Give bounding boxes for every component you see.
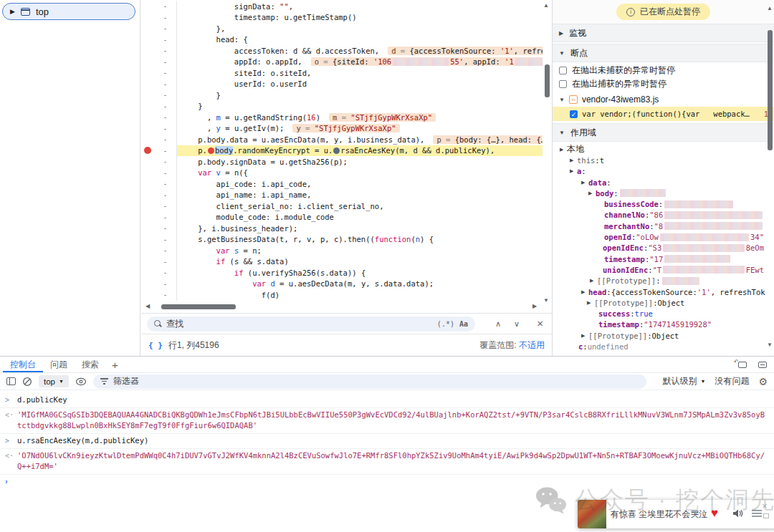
breakpoint-gutter[interactable] [141,279,154,290]
expand-arrow-icon[interactable]: ▶ [10,8,15,15]
scope-row[interactable]: unionIdEnc: "TFEwt [553,264,774,275]
breakpoint-gutter[interactable] [141,256,154,268]
scope-row[interactable]: ▶本地 [553,144,774,155]
pause-on-uncaught-row[interactable]: 在抛出未捕获的异常时暂停 [553,64,774,76]
scope-row[interactable]: ▶body: [553,188,774,198]
sidebar-scrollbar[interactable] [768,30,773,150]
playlist-icon[interactable] [752,510,762,519]
vertical-scrollbar[interactable] [545,64,550,97]
settings-gear-icon[interactable]: ⚙ [758,376,768,387]
scope-row[interactable]: ▶a: [553,166,774,177]
scope-row[interactable]: openId: "oLOw34" [553,231,774,242]
line-number-gutter[interactable]: - [154,79,177,90]
breakpoint-gutter[interactable] [141,212,154,223]
search-input[interactable]: 查找 (.*) Aa [147,316,475,332]
undock-drawer-icon[interactable] [738,362,747,368]
breakpoint-gutter[interactable] [141,234,154,246]
line-number-gutter[interactable]: - [154,134,177,145]
scope-row[interactable]: ▶[[Prototype]]: [553,276,774,286]
console-filter-input[interactable]: 筛选器 [93,374,646,389]
line-number-gutter[interactable]: - [154,178,177,190]
line-number-gutter[interactable]: - [154,279,177,290]
scope-row[interactable]: timestamp: "1747145919928" [553,319,774,330]
breakpoint-entry[interactable]: ✓ var vendor;(function(){var __webpack… … [553,107,774,121]
frame-tree-item-top[interactable]: ▶ top [2,3,135,20]
match-case-toggle[interactable]: Aa [459,320,468,328]
breakpoint-gutter[interactable] [141,289,154,301]
scroll-down-icon[interactable]: ▼ [543,298,549,304]
collapse-arrow-icon[interactable]: ▶ [559,30,563,37]
console-prompt[interactable]: › [0,475,774,480]
breakpoint-file-group[interactable]: ▼ ‹› vendor-43iwem83.js [553,92,774,107]
breakpoint-gutter[interactable] [141,12,154,24]
expand-arrow-icon[interactable]: ▶ [570,158,577,163]
scope-row[interactable]: channelNo: "86 [553,210,774,221]
line-number-gutter[interactable]: - [154,23,177,34]
clear-console-icon[interactable] [22,377,32,387]
mini-music-player[interactable]: 有惊喜 尘埃里花不会哭泣 ♥ × [578,500,774,528]
breakpoint-gutter[interactable] [141,134,154,145]
horizontal-scrollbar[interactable] [161,304,236,309]
breakpoint-gutter[interactable] [141,156,154,168]
line-number-gutter[interactable]: - [154,200,177,212]
scope-row[interactable]: ▶data: [553,177,774,188]
line-number-gutter[interactable]: - [154,267,177,279]
scope-row[interactable]: ▶[[Prototype]]: Object [553,297,774,308]
breakpoint-gutter[interactable] [141,67,154,79]
breakpoint-gutter[interactable] [141,190,154,201]
breakpoint-gutter[interactable] [141,267,154,279]
previous-match-button[interactable]: ∧ [495,319,501,329]
console-sidebar-icon[interactable] [6,377,16,385]
line-number-gutter[interactable]: - [154,112,177,123]
issues-counter[interactable]: 没有问题 [715,375,749,387]
speaker-icon[interactable] [732,508,744,518]
line-number-gutter[interactable]: - [154,168,177,179]
line-number-gutter[interactable]: - [154,234,177,246]
line-number-gutter[interactable]: - [154,289,177,301]
collapse-arrow-icon[interactable]: ▼ [559,50,565,57]
section-breakpoints[interactable]: ▼ 断点 [553,44,774,62]
line-number-gutter[interactable]: - [154,256,177,268]
collapse-arrow-icon[interactable]: ▼ [559,130,565,136]
expand-arrow-icon[interactable]: ▶ [581,180,588,185]
close-search-icon[interactable]: × [537,319,543,328]
line-number-gutter[interactable]: - [154,12,177,24]
breakpoint-gutter[interactable] [141,178,154,190]
breakpoint-gutter[interactable] [141,23,154,34]
breakpoint-gutter[interactable] [141,123,154,135]
breakpoint-gutter[interactable] [141,79,154,90]
line-number-gutter[interactable]: - [154,34,177,46]
scroll-left-icon[interactable]: ◀ [145,304,150,309]
scope-row[interactable]: timestamp: "17 [553,253,774,264]
checkbox-checked[interactable]: ✓ [570,110,578,118]
breakpoint-gutter[interactable] [141,101,154,112]
scroll-up-icon[interactable]: ▲ [767,6,773,11]
breakpoint-gutter[interactable] [141,90,154,101]
breakpoint-gutter[interactable] [141,168,154,179]
scope-row[interactable]: ▶[[Prototype]]: Object [553,330,774,341]
scope-row[interactable]: ▶head: {accessTokenSource: '1', refreshT… [553,286,774,297]
breakpoint-gutter[interactable] [141,45,154,57]
line-number-gutter[interactable]: - [154,101,177,112]
section-watch[interactable]: ▶ 监视 [553,24,774,42]
expand-arrow-icon[interactable]: ▶ [570,168,577,174]
log-level-selector[interactable]: 默认级别 ▼ [663,375,706,387]
scope-row[interactable]: ▶this: t [553,155,774,165]
tab-issues[interactable]: 问题 [43,357,75,372]
scope-row[interactable]: openIdEnc: "S38eOm [553,243,774,253]
pause-on-caught-row[interactable]: 在抛出捕获的异常时暂停 [553,78,774,90]
line-number-gutter[interactable]: - [154,90,177,101]
tab-console[interactable]: 控制台 [3,357,43,372]
scope-row[interactable]: c: undefined [553,341,774,352]
checkbox-unchecked[interactable] [559,80,567,88]
next-match-button[interactable]: ∨ [514,319,520,329]
tab-search[interactable]: 搜索 [75,357,106,372]
line-number-gutter[interactable]: - [154,245,177,256]
breakpoint-gutter[interactable] [141,1,154,12]
inline-breakpoint-candidate-dot[interactable] [333,147,340,154]
line-number-gutter[interactable]: - [154,223,177,234]
minimize-icon[interactable] [763,513,769,518]
close-icon[interactable]: × [762,502,768,511]
expand-arrow-icon[interactable]: ▶ [560,147,567,153]
expand-drawer-icon[interactable] [758,362,767,368]
